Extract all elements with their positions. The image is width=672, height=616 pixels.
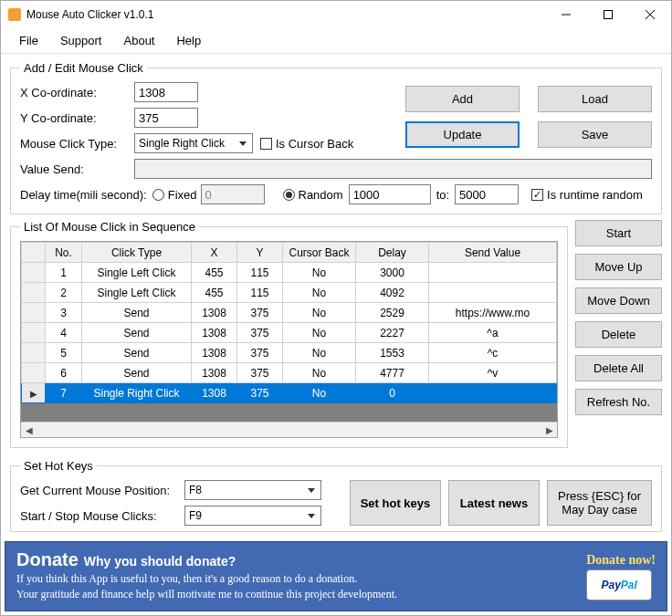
sethotkeys-button[interactable]: Set hot keys	[350, 480, 441, 526]
donate-banner: Donate Why you should donate? If you thi…	[5, 541, 667, 611]
close-button[interactable]	[629, 1, 671, 28]
table-row[interactable]: 3Send1308375No2529https://www.mo	[22, 303, 557, 323]
titlebar: Mouse Auto Clicker v1.0.1	[1, 1, 671, 28]
delay-label: Delay time(mili second):	[20, 188, 147, 202]
getpos-label: Get Current Mouse Position:	[20, 484, 184, 497]
table-row[interactable]: 2Single Left Click455115No4092	[22, 283, 557, 303]
menu-help[interactable]: Help	[165, 30, 212, 51]
refresh-button[interactable]: Refresh No.	[575, 389, 662, 415]
clicktype-label: Mouse Click Type:	[20, 137, 134, 151]
hotkeys-legend: Set Hot Keys	[20, 459, 97, 473]
donate-line1: If you think this App is useful to you, …	[16, 572, 586, 586]
svg-rect-1	[604, 11, 613, 19]
click-table[interactable]: No. Click Type X Y Cursor Back Delay Sen…	[20, 241, 558, 438]
save-button[interactable]: Save	[538, 121, 652, 148]
fixed-input[interactable]	[201, 184, 265, 204]
load-button[interactable]: Load	[538, 86, 652, 112]
table-row[interactable]: 5Send1308375No1553^c	[22, 343, 557, 363]
donate-title: Donate Why you should donate?	[16, 549, 586, 570]
window-title: Mouse Auto Clicker v1.0.1	[26, 8, 545, 21]
donate-now-label: Donate now!	[586, 553, 656, 568]
deleteall-button[interactable]: Delete All	[575, 355, 662, 381]
y-label: Y Co-ordinate:	[20, 111, 134, 125]
menubar: File Support About Help	[1, 28, 671, 54]
runtime-random-label: Is runtime random	[547, 188, 643, 202]
add-edit-group: Add / Edit Mouse Click X Co-ordinate: Y …	[10, 61, 662, 214]
grid-empty-area	[21, 403, 557, 422]
table-row[interactable]: 4Send1308375No2227^a	[22, 323, 557, 343]
cursor-back-checkbox[interactable]	[260, 138, 272, 150]
update-button[interactable]: Update	[405, 121, 520, 148]
table-row[interactable]: ▶7Single Right Click1308375No0	[22, 383, 557, 403]
y-input[interactable]	[134, 108, 198, 128]
list-group: List Of Mouse Click in Sequence No. Clic…	[10, 220, 568, 448]
random-radio[interactable]	[283, 189, 295, 201]
fixed-radio[interactable]	[152, 189, 164, 201]
random-from-input[interactable]	[349, 184, 431, 204]
x-label: X Co-ordinate:	[20, 86, 134, 99]
esc-note: Press {ESC} for May Day case	[547, 480, 652, 526]
to-label: to:	[431, 188, 455, 202]
start-button[interactable]: Start	[575, 220, 662, 246]
getpos-select[interactable]: F8	[184, 480, 321, 500]
x-input[interactable]	[134, 82, 198, 102]
random-to-input[interactable]	[455, 184, 519, 204]
list-legend: List Of Mouse Click in Sequence	[20, 220, 199, 234]
menu-about[interactable]: About	[113, 30, 166, 51]
latestnews-button[interactable]: Latest news	[448, 480, 540, 526]
scroll-right-icon[interactable]: ▶	[541, 423, 557, 438]
movedown-button[interactable]: Move Down	[575, 287, 662, 314]
donate-line2: Your gratitude and finance help will mot…	[16, 588, 586, 601]
startstop-select[interactable]: F9	[184, 506, 321, 526]
scroll-left-icon[interactable]: ◀	[21, 423, 37, 438]
table-header-row: No. Click Type X Y Cursor Back Delay Sen…	[22, 243, 557, 263]
random-label: Random	[299, 188, 343, 202]
app-icon	[8, 8, 21, 21]
valuesend-input[interactable]	[134, 159, 652, 179]
add-button[interactable]: Add	[405, 86, 520, 112]
valuesend-label: Value Send:	[20, 162, 134, 176]
horizontal-scrollbar[interactable]: ◀ ▶	[21, 422, 557, 437]
clicktype-select[interactable]: Single Right Click	[134, 133, 253, 153]
minimize-button[interactable]	[545, 1, 587, 28]
menu-file[interactable]: File	[8, 30, 49, 51]
delete-button[interactable]: Delete	[575, 321, 662, 348]
hotkeys-group: Set Hot Keys Get Current Mouse Position:…	[10, 459, 662, 532]
startstop-label: Start / Stop Mouse Clicks:	[20, 509, 184, 523]
menu-support[interactable]: Support	[49, 30, 113, 51]
fixed-label: Fixed	[168, 188, 197, 202]
cursor-back-label: Is Cursor Back	[276, 137, 353, 151]
maximize-button[interactable]	[587, 1, 629, 28]
moveup-button[interactable]: Move Up	[575, 254, 662, 280]
paypal-button[interactable]: PayPal	[586, 569, 652, 600]
table-row[interactable]: 6Send1308375No4777^v	[22, 363, 557, 383]
table-row[interactable]: 1Single Left Click455115No3000	[22, 263, 557, 283]
add-edit-legend: Add / Edit Mouse Click	[20, 61, 147, 75]
runtime-random-checkbox[interactable]	[531, 189, 543, 201]
